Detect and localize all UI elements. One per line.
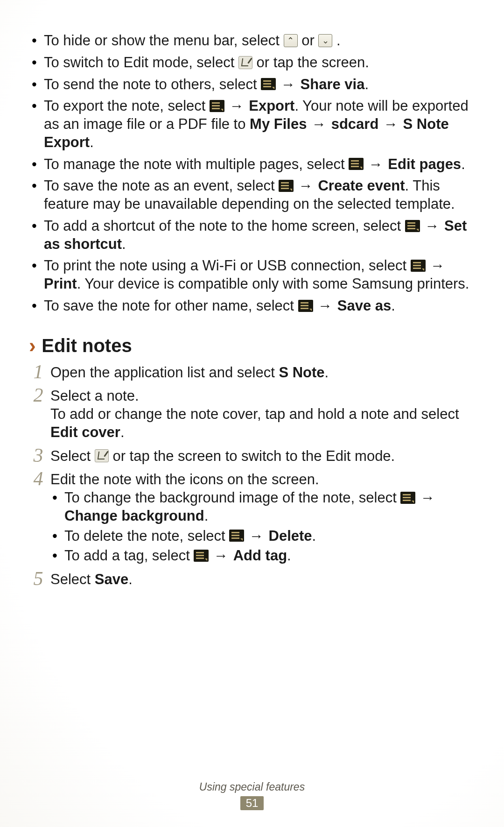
text: . Your device is compatible only with so…: [77, 276, 469, 292]
text: Select: [50, 571, 95, 587]
step-number: 3: [29, 443, 48, 468]
text: .: [90, 134, 94, 150]
bullet-hide-show-menu: To hide or show the menu bar, select ⌃ o…: [29, 32, 475, 50]
arrow: →: [213, 547, 233, 564]
step-4-sublist: To change the background image of the no…: [50, 489, 475, 565]
text: or tap the screen to switch to the Edit …: [112, 448, 395, 464]
text: Open the application list and select: [50, 364, 279, 381]
step-5: 5 Select Save.: [29, 571, 475, 589]
text: .: [461, 156, 465, 172]
step-number: 1: [29, 360, 48, 384]
bold-edit-pages: Edit pages: [388, 156, 461, 172]
bold-save: Save: [95, 571, 128, 587]
sub-delete: To delete the note, select → Delete.: [50, 527, 475, 545]
menu-icon: [349, 158, 364, 170]
text: To add a tag, select: [64, 547, 194, 564]
bold-change-background: Change background: [64, 508, 204, 524]
menu-icon: [229, 530, 244, 542]
text: To export the note, select: [44, 98, 210, 114]
bullet-switch-edit-mode: To switch to Edit mode, select or tap th…: [29, 54, 475, 72]
text: To manage the note with multiple pages, …: [44, 156, 349, 172]
arrow: →: [368, 156, 388, 172]
text: Select a note.: [50, 388, 139, 404]
heading-chevron-icon: ›: [29, 335, 36, 356]
text: To delete the note, select: [64, 528, 229, 544]
document-page: To hide or show the menu bar, select ⌃ o…: [0, 0, 504, 589]
bullet-create-event: To save the note as an event, select → C…: [29, 177, 475, 213]
text: .: [391, 297, 395, 314]
menu-icon: [405, 220, 420, 232]
text: To save the note as an event, select: [44, 177, 279, 194]
text: To print the note using a Wi-Fi or USB c…: [44, 257, 411, 274]
edit-pen-icon: [95, 449, 109, 462]
bullet-edit-pages: To manage the note with multiple pages, …: [29, 156, 475, 174]
bold-print: Print: [44, 276, 77, 292]
text: .: [312, 528, 316, 544]
bullet-share-via: To send the note to others, select → Sha…: [29, 76, 475, 94]
menu-icon: [411, 260, 426, 272]
chevron-down-icon: ⌄: [318, 34, 332, 47]
text: .: [120, 424, 125, 440]
heading-text: Edit notes: [42, 335, 132, 356]
step-4: 4 Edit the note with the icons on the sc…: [29, 471, 475, 565]
step-number: 4: [29, 467, 48, 491]
text: .: [128, 571, 133, 587]
menu-icon: [298, 300, 313, 312]
arrow: →: [229, 98, 249, 114]
bold-edit-cover: Edit cover: [50, 424, 120, 440]
text: To hide or show the menu bar, select: [44, 32, 284, 49]
bold-share-via: Share via: [301, 76, 365, 92]
step-1: 1 Open the application list and select S…: [29, 364, 475, 382]
arrow: →: [424, 218, 444, 234]
section-heading-edit-notes: › Edit notes: [29, 334, 475, 357]
arrow: →: [307, 116, 331, 132]
text: To save the note for other name, select: [44, 297, 298, 314]
text: or: [301, 32, 318, 49]
step-3: 3 Select or tap the screen to switch to …: [29, 447, 475, 466]
steps-list: 1 Open the application list and select S…: [29, 364, 475, 589]
sub-add-tag: To add a tag, select → Add tag.: [50, 547, 475, 565]
menu-icon: [194, 550, 209, 562]
menu-icon: [261, 78, 276, 90]
text: To add a shortcut of the note to the hom…: [44, 218, 405, 234]
text: or tap the screen.: [257, 54, 369, 71]
text: .: [336, 32, 341, 49]
step-number: 5: [29, 566, 48, 591]
bullet-print: To print the note using a Wi-Fi or USB c…: [29, 257, 475, 293]
step-number: 2: [29, 383, 48, 408]
chevron-up-icon: ⌃: [284, 34, 298, 47]
bold-s-note: S Note: [279, 364, 324, 381]
arrow: →: [317, 297, 337, 314]
bold-export: Export: [249, 98, 294, 114]
text: To send the note to others, select: [44, 76, 261, 92]
text: .: [122, 236, 126, 252]
text: Select: [50, 448, 95, 464]
page-number: 51: [240, 796, 264, 810]
edit-pen-icon: [238, 56, 252, 69]
menu-icon: [210, 100, 224, 112]
text: .: [364, 76, 369, 92]
text: To add or change the note cover, tap and…: [50, 406, 459, 422]
bullet-set-shortcut: To add a shortcut of the note to the hom…: [29, 217, 475, 254]
bullet-export: To export the note, select → Export. You…: [29, 97, 475, 151]
text: To switch to Edit mode, select: [44, 54, 238, 71]
bold-myfiles: My Files: [250, 116, 307, 132]
bold-sdcard: sdcard: [331, 116, 379, 132]
arrow: →: [420, 489, 436, 506]
menu-icon: [400, 492, 415, 504]
bullet-save-as: To save the note for other name, select …: [29, 297, 475, 315]
footer-section-label: Using special features: [0, 781, 504, 793]
text: Edit the note with the icons on the scre…: [50, 471, 319, 488]
step-2: 2 Select a note. To add or change the no…: [29, 387, 475, 441]
arrow: →: [280, 76, 301, 92]
feature-bullet-list: To hide or show the menu bar, select ⌃ o…: [29, 32, 475, 315]
menu-icon: [279, 180, 294, 192]
text: .: [287, 547, 291, 564]
text: .: [325, 364, 329, 381]
bold-save-as: Save as: [337, 297, 392, 314]
arrow: →: [298, 177, 318, 194]
page-footer: Using special features 51: [0, 781, 504, 810]
sub-change-background: To change the background image of the no…: [50, 489, 475, 525]
bold-delete: Delete: [269, 528, 312, 544]
text: To change the background image of the no…: [64, 489, 400, 506]
